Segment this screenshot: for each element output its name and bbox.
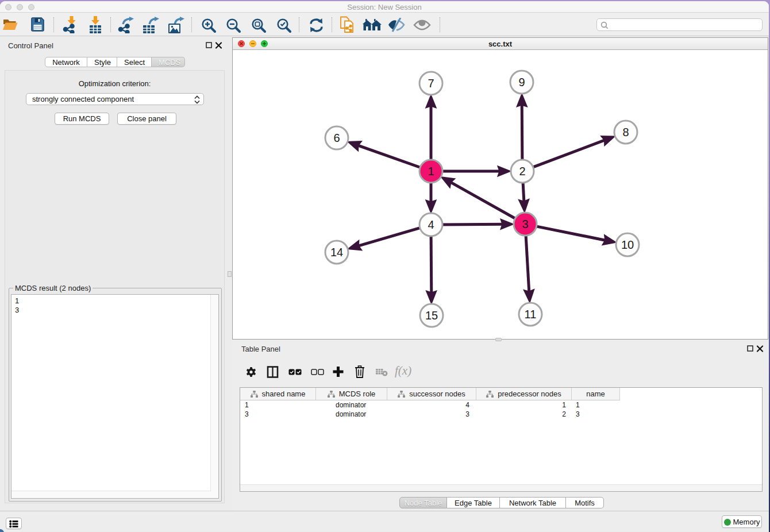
svg-text:10: 10 bbox=[621, 238, 634, 251]
svg-text:4: 4 bbox=[428, 218, 434, 231]
svg-text:9: 9 bbox=[518, 76, 525, 88]
svg-text:6: 6 bbox=[333, 132, 340, 144]
svg-text:2: 2 bbox=[519, 165, 525, 178]
svg-text:15: 15 bbox=[425, 309, 438, 322]
svg-text:1: 1 bbox=[428, 165, 434, 178]
svg-text:8: 8 bbox=[622, 126, 629, 138]
svg-text:7: 7 bbox=[428, 77, 434, 90]
svg-text:3: 3 bbox=[522, 218, 528, 230]
svg-text:14: 14 bbox=[330, 246, 343, 259]
svg-text:11: 11 bbox=[525, 308, 537, 321]
